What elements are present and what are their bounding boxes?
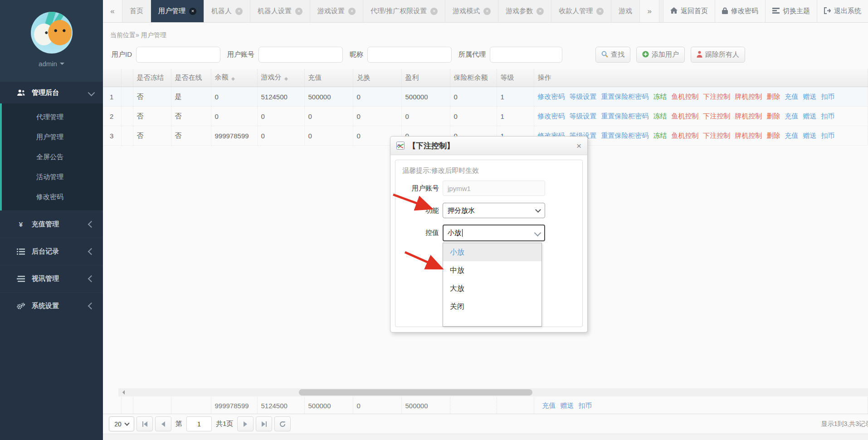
- op-link-下注控制[interactable]: 下注控制: [703, 132, 731, 139]
- tab-游戏模式[interactable]: 游戏模式×: [445, 0, 498, 22]
- dropdown-option-关闭[interactable]: 关闭: [443, 298, 541, 316]
- tab-游戏[interactable]: 游戏: [611, 0, 640, 22]
- sort-arrows-icon[interactable]: [284, 75, 288, 83]
- sort-arrows-icon[interactable]: [231, 75, 235, 83]
- sidebar-item-video-mgmt[interactable]: 视讯管理: [0, 265, 103, 292]
- tab-close-icon[interactable]: ×: [536, 8, 544, 15]
- data-cell[interactable]: 0: [450, 87, 497, 107]
- summary-link-充值[interactable]: 充值: [542, 401, 556, 409]
- page-size-select[interactable]: 20: [109, 416, 134, 431]
- op-link-充值[interactable]: 充值: [785, 112, 799, 120]
- op-link-下注控制[interactable]: 下注控制: [703, 93, 731, 100]
- op-link-赠送[interactable]: 赠送: [803, 93, 817, 100]
- tab-close-icon[interactable]: ×: [483, 8, 491, 15]
- sidebar-item-change-password[interactable]: 修改密码: [2, 187, 103, 207]
- op-link-牌机控制[interactable]: 牌机控制: [735, 132, 762, 139]
- tab-收款人管理[interactable]: 收款人管理×: [551, 0, 611, 22]
- tab-机器人设置[interactable]: 机器人设置×: [250, 0, 310, 22]
- op-link-牌机控制[interactable]: 牌机控制: [735, 93, 762, 100]
- horizontal-scrollbar[interactable]: [118, 388, 868, 396]
- op-link-牌机控制[interactable]: 牌机控制: [735, 112, 762, 120]
- next-page-button[interactable]: [237, 416, 254, 431]
- sidebar-item-user-mgmt[interactable]: 用户管理: [2, 127, 103, 147]
- filter-input-用户账号[interactable]: [258, 47, 343, 63]
- tab-close-icon[interactable]: ×: [348, 8, 356, 15]
- op-link-扣币[interactable]: 扣币: [821, 93, 835, 100]
- op-link-重置保险柜密码[interactable]: 重置保险柜密码: [601, 93, 649, 100]
- button-查找[interactable]: 查找: [595, 47, 630, 63]
- op-link-删除[interactable]: 删除: [767, 132, 780, 139]
- avatar[interactable]: [31, 12, 73, 54]
- sidebar-item-recharge-mgmt[interactable]: ¥ 充值管理: [0, 210, 103, 238]
- first-page-button[interactable]: [137, 416, 153, 431]
- page-number-input[interactable]: [186, 416, 212, 431]
- button-踢除所有人[interactable]: 踢除所有人: [691, 47, 745, 63]
- control-value-combobox[interactable]: 小放: [443, 225, 545, 241]
- tab-游戏设置[interactable]: 游戏设置×: [310, 0, 363, 22]
- data-cell[interactable]: 是: [171, 87, 211, 107]
- sidebar-item-backend-records[interactable]: 后台记录: [0, 238, 103, 265]
- op-link-等级设置[interactable]: 等级设置: [570, 112, 597, 120]
- data-cell[interactable]: 500000: [401, 87, 450, 107]
- tabs-scroll-left-button[interactable]: «: [103, 0, 122, 22]
- tabs-scroll-right-button[interactable]: »: [640, 0, 659, 22]
- op-link-修改密码[interactable]: 修改密码: [538, 112, 565, 120]
- op-link-冻结[interactable]: 冻结: [653, 132, 667, 139]
- filter-input-用户ID[interactable]: [136, 47, 220, 63]
- tab-首页[interactable]: 首页: [122, 0, 151, 22]
- logout-button[interactable]: 退出系统: [817, 0, 868, 22]
- prev-page-button[interactable]: [155, 416, 171, 431]
- data-cell[interactable]: 5124500: [257, 87, 304, 107]
- data-cell[interactable]: 1: [497, 87, 534, 107]
- back-home-button[interactable]: 返回首页: [663, 0, 715, 22]
- username-dropdown[interactable]: admin: [0, 60, 103, 68]
- button-添加用户[interactable]: 添加用户: [636, 47, 685, 63]
- data-cell[interactable]: 500000: [304, 87, 353, 107]
- tab-close-icon[interactable]: ×: [295, 8, 302, 15]
- tab-close-icon[interactable]: ×: [430, 8, 438, 15]
- dialog-title-bar[interactable]: 【下注控制】 ×: [390, 137, 587, 155]
- data-cell[interactable]: 0: [211, 87, 257, 107]
- tab-close-icon[interactable]: ×: [189, 8, 196, 15]
- tab-游戏参数[interactable]: 游戏参数×: [498, 0, 551, 22]
- function-select[interactable]: 押分放水: [443, 203, 545, 218]
- filter-input-昵称[interactable]: [367, 47, 452, 63]
- column-header-游戏分[interactable]: 游戏分: [257, 69, 304, 87]
- tab-close-icon[interactable]: ×: [235, 8, 243, 15]
- op-link-赠送[interactable]: 赠送: [803, 112, 817, 120]
- op-link-赠送[interactable]: 赠送: [803, 132, 817, 139]
- op-link-冻结[interactable]: 冻结: [653, 93, 667, 100]
- dropdown-option-中放[interactable]: 中放: [443, 261, 541, 279]
- sidebar-item-agent-mgmt[interactable]: 代理管理: [2, 107, 103, 127]
- op-link-充值[interactable]: 充值: [785, 93, 799, 100]
- filter-input-所属代理[interactable]: [490, 47, 562, 63]
- op-link-鱼机控制[interactable]: 鱼机控制: [672, 132, 699, 139]
- dropdown-option-大放[interactable]: 大放: [443, 279, 541, 298]
- op-link-冻结[interactable]: 冻结: [653, 112, 667, 120]
- summary-link-扣币[interactable]: 扣币: [579, 401, 592, 409]
- dropdown-option-小放[interactable]: 小放: [443, 243, 541, 261]
- tab-close-icon[interactable]: ×: [596, 8, 604, 15]
- tab-代理/推广权限设置[interactable]: 代理/推广权限设置×: [363, 0, 445, 22]
- data-cell[interactable]: 否: [133, 87, 171, 107]
- refresh-button[interactable]: [274, 416, 291, 431]
- scroll-left-button[interactable]: [118, 388, 127, 396]
- tab-机器人[interactable]: 机器人×: [204, 0, 250, 22]
- op-link-扣币[interactable]: 扣币: [821, 132, 835, 139]
- op-link-鱼机控制[interactable]: 鱼机控制: [672, 93, 699, 100]
- op-link-重置保险柜密码[interactable]: 重置保险柜密码: [601, 112, 649, 120]
- data-cell[interactable]: 0: [353, 87, 401, 107]
- op-link-鱼机控制[interactable]: 鱼机控制: [672, 112, 699, 120]
- op-link-等级设置[interactable]: 等级设置: [570, 93, 597, 100]
- sidebar-item-activity-mgmt[interactable]: 活动管理: [2, 167, 103, 187]
- summary-link-赠送[interactable]: 赠送: [561, 401, 574, 409]
- close-icon[interactable]: ×: [576, 142, 581, 150]
- sidebar-item-admin-backend[interactable]: 管理后台: [0, 82, 103, 103]
- sidebar-item-system-settings[interactable]: 系统设置: [0, 292, 103, 319]
- last-page-button[interactable]: [256, 416, 272, 431]
- op-link-修改密码[interactable]: 修改密码: [538, 93, 565, 100]
- column-header-余额[interactable]: 余额: [211, 69, 257, 87]
- sidebar-item-fullscreen-notice[interactable]: 全屏公告: [2, 147, 103, 167]
- op-link-重置保险柜密码[interactable]: 重置保险柜密码: [601, 132, 649, 139]
- tab-用户管理[interactable]: 用户管理×: [151, 0, 204, 22]
